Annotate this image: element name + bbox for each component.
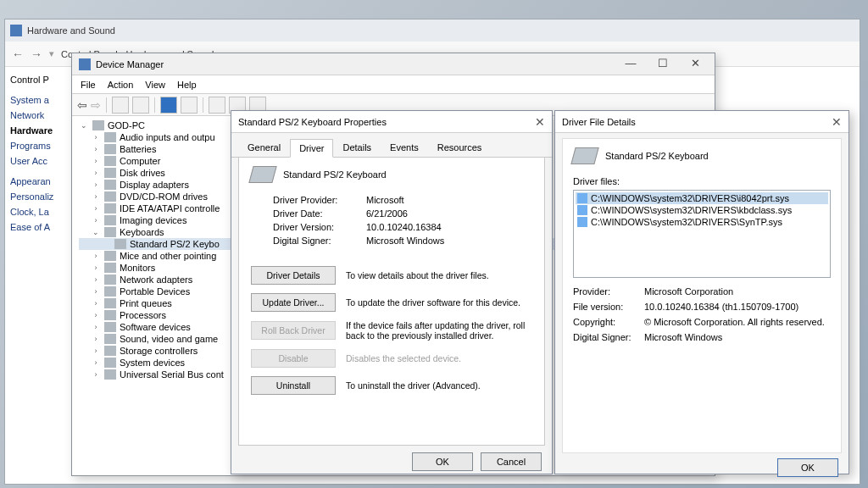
file-icon — [577, 217, 587, 227]
version-label: Driver Version: — [273, 222, 366, 232]
keyboard-device-icon — [248, 166, 276, 183]
device-icon — [104, 132, 116, 142]
properties-title: Standard PS/2 Keyboard Properties — [238, 117, 387, 127]
sidebar-link[interactable]: Clock, La — [8, 204, 73, 219]
sidebar-link-current[interactable]: Hardware — [8, 123, 73, 138]
tab-details[interactable]: Details — [333, 138, 381, 157]
sidebar-link[interactable]: Programs — [8, 138, 73, 153]
control-panel-title: Hardware and Sound — [27, 25, 115, 36]
tab-general[interactable]: General — [238, 138, 290, 157]
menu-view[interactable]: View — [145, 80, 165, 90]
dfd-device-name: Standard PS/2 Keyboard — [605, 151, 709, 161]
device-icon — [104, 334, 116, 344]
maximize-button[interactable]: ☐ — [647, 55, 679, 74]
properties-titlebar[interactable]: Standard PS/2 Keyboard Properties ✕ — [231, 111, 552, 133]
dfd-copyright-value: © Microsoft Corporation. All rights rese… — [644, 317, 825, 327]
device-manager-titlebar[interactable]: Device Manager — ☐ ✕ — [72, 53, 715, 75]
menu-action[interactable]: Action — [108, 80, 134, 90]
dfd-signer-value: Microsoft Windows — [644, 332, 722, 342]
device-icon — [104, 346, 116, 356]
driver-file-item-selected[interactable]: C:\WINDOWS\system32\DRIVERS\i8042prt.sys — [576, 192, 828, 204]
date-label: Driver Date: — [273, 208, 366, 219]
tab-resources[interactable]: Resources — [428, 138, 492, 157]
tab-driver[interactable]: Driver — [290, 139, 333, 158]
toolbar-button[interactable] — [132, 97, 149, 114]
device-icon — [104, 369, 116, 380]
close-icon[interactable]: ✕ — [832, 115, 842, 129]
cancel-button[interactable]: Cancel — [481, 452, 542, 471]
uninstall-button[interactable]: Uninstall — [251, 376, 336, 395]
provider-value: Microsoft — [366, 195, 404, 205]
device-icon — [104, 286, 116, 297]
device-manager-menubar: File Action View Help — [72, 75, 715, 94]
dfd-titlebar[interactable]: Driver File Details ✕ — [555, 111, 849, 133]
driver-details-button[interactable]: Driver Details — [251, 266, 336, 285]
sidebar-heading: Control P — [8, 72, 73, 87]
control-panel-sidebar: Control P System a Network Hardware Prog… — [5, 67, 73, 235]
computer-icon — [92, 120, 104, 130]
device-icon — [104, 322, 116, 332]
device-icon — [104, 274, 116, 285]
close-icon[interactable]: ✕ — [535, 115, 545, 129]
sidebar-link[interactable]: Personaliz — [8, 189, 73, 204]
driver-file-item[interactable]: C:\WINDOWS\system32\DRIVERS\kbdclass.sys — [576, 204, 828, 216]
dfd-provider-value: Microsoft Corporation — [644, 286, 733, 297]
update-driver-desc: To update the driver software for this d… — [346, 297, 532, 308]
driver-files-list[interactable]: C:\WINDOWS\system32\DRIVERS\i8042prt.sys… — [573, 190, 831, 278]
sidebar-link[interactable]: Network — [8, 108, 73, 123]
device-icon — [104, 180, 116, 190]
dfd-copyright-label: Copyright: — [573, 317, 644, 327]
file-icon — [577, 193, 587, 203]
dfd-provider-label: Provider: — [573, 286, 644, 297]
menu-file[interactable]: File — [81, 80, 96, 90]
dfd-signer-label: Digital Signer: — [573, 332, 644, 342]
device-icon — [104, 298, 116, 308]
update-driver-button[interactable]: Update Driver... — [251, 293, 336, 312]
sidebar-link[interactable]: System a — [8, 92, 73, 108]
control-panel-icon — [10, 25, 22, 36]
ok-button[interactable]: OK — [777, 458, 838, 477]
device-name: Standard PS/2 Keyboard — [283, 169, 387, 180]
device-manager-icon — [79, 58, 91, 70]
properties-dialog: Standard PS/2 Keyboard Properties ✕ Gene… — [231, 110, 553, 474]
file-icon — [577, 205, 587, 215]
toolbar-back-icon[interactable]: ⇦ — [77, 98, 87, 112]
sidebar-link[interactable]: Appearan — [8, 174, 73, 189]
disable-button: Disable — [251, 349, 336, 368]
control-panel-titlebar: Hardware and Sound — [5, 19, 860, 42]
device-icon — [104, 168, 116, 178]
disable-desc: Disables the selected device. — [346, 353, 532, 363]
driver-files-label: Driver files: — [573, 176, 831, 186]
toolbar-button[interactable] — [209, 97, 225, 114]
driver-file-item[interactable]: C:\WINDOWS\system32\DRIVERS\SynTP.sys — [576, 216, 828, 228]
rollback-driver-desc: If the device fails after updating the d… — [346, 320, 532, 341]
device-icon — [104, 156, 116, 166]
keyboard-icon — [114, 239, 126, 249]
dfd-version-value: 10.0.10240.16384 (th1.150709-1700) — [644, 302, 798, 312]
toolbar-forward-icon[interactable]: ⇨ — [91, 98, 101, 112]
signer-value: Microsoft Windows — [366, 236, 444, 246]
forward-arrow-icon[interactable]: → — [31, 47, 42, 61]
device-icon — [104, 203, 116, 214]
version-value: 10.0.10240.16384 — [366, 222, 442, 232]
menu-help[interactable]: Help — [177, 80, 197, 90]
device-icon — [104, 358, 116, 368]
uninstall-desc: To uninstall the driver (Advanced). — [346, 380, 532, 391]
tab-events[interactable]: Events — [381, 138, 428, 157]
device-icon — [104, 251, 116, 261]
sidebar-link[interactable]: Ease of A — [8, 219, 73, 235]
toolbar-button[interactable] — [181, 97, 198, 114]
device-icon — [104, 144, 116, 154]
sidebar-link[interactable]: User Acc — [8, 153, 73, 169]
device-icon — [104, 310, 116, 320]
ok-button[interactable]: OK — [412, 452, 473, 471]
close-button[interactable]: ✕ — [679, 55, 711, 74]
toolbar-button[interactable] — [112, 97, 129, 114]
back-arrow-icon[interactable]: ← — [12, 47, 24, 61]
dfd-title: Driver File Details — [562, 117, 636, 127]
rollback-driver-button: Roll Back Driver — [251, 321, 336, 340]
toolbar-help-icon[interactable] — [160, 97, 177, 114]
driver-details-desc: To view details about the driver files. — [346, 270, 532, 280]
device-manager-title: Device Manager — [96, 59, 164, 69]
minimize-button[interactable]: — — [615, 55, 647, 74]
